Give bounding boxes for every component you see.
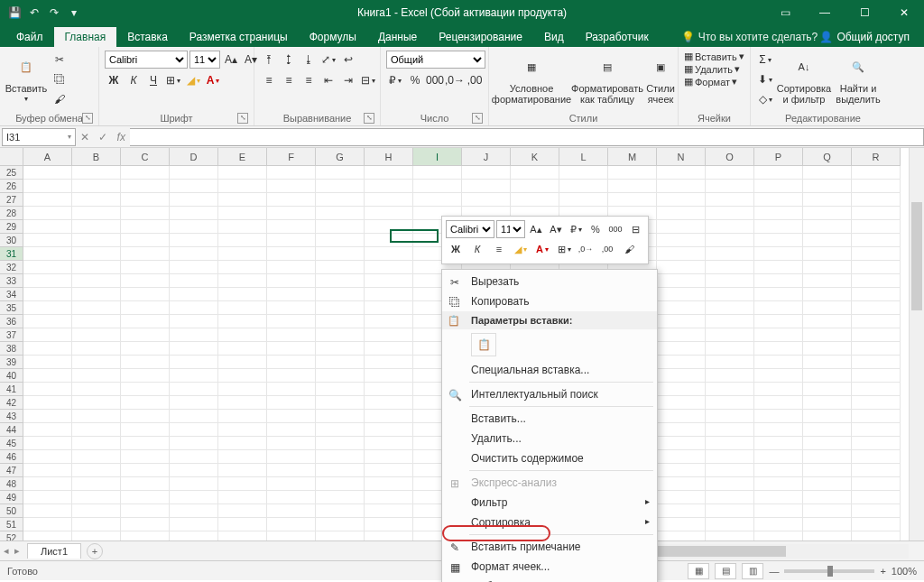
column-header[interactable]: I (413, 148, 462, 166)
cell[interactable] (72, 518, 121, 531)
add-sheet-button[interactable]: + (87, 543, 103, 559)
cell[interactable] (706, 193, 754, 207)
cell[interactable] (170, 450, 218, 464)
cell[interactable] (170, 288, 218, 301)
cell[interactable] (267, 247, 316, 261)
cell[interactable] (559, 166, 608, 180)
cell[interactable] (316, 477, 365, 491)
cell[interactable] (267, 491, 316, 504)
cell[interactable] (803, 342, 852, 356)
column-header[interactable]: P (754, 148, 803, 166)
row-header[interactable]: 46 (0, 450, 23, 464)
cell[interactable] (72, 423, 121, 437)
cell[interactable] (218, 410, 267, 423)
cell[interactable] (365, 477, 413, 491)
cell[interactable] (365, 261, 413, 274)
cell[interactable] (852, 301, 901, 315)
cell[interactable] (754, 247, 803, 261)
row-header[interactable]: 43 (0, 410, 23, 423)
cell[interactable] (754, 288, 803, 301)
cell[interactable] (23, 166, 72, 180)
ctx-format-cells[interactable]: ▦Формат ячеек... (442, 557, 657, 577)
tab-developer[interactable]: Разработчик (575, 27, 660, 47)
cell[interactable] (218, 450, 267, 464)
prev-sheet-icon[interactable]: ◂ (4, 545, 9, 557)
cell[interactable] (657, 166, 706, 180)
cell[interactable] (72, 356, 121, 369)
cell[interactable] (121, 477, 170, 491)
cell[interactable] (218, 383, 267, 396)
cell[interactable] (23, 477, 72, 491)
cell[interactable] (72, 477, 121, 491)
enter-formula-icon[interactable]: ✓ (98, 131, 107, 143)
dialog-launcher-icon[interactable]: ⤡ (472, 113, 483, 124)
cell[interactable] (218, 477, 267, 491)
cell[interactable] (852, 261, 901, 274)
mini-fill-color-icon[interactable]: ◢ (511, 240, 531, 258)
mini-grow-font-icon[interactable]: A▴ (527, 220, 545, 238)
cell[interactable] (267, 383, 316, 396)
ctx-filter[interactable]: Фильтр▸ (442, 493, 657, 513)
page-break-view-icon[interactable]: ▥ (742, 563, 763, 579)
cell[interactable] (608, 193, 657, 207)
cell[interactable] (218, 166, 267, 180)
cut-icon[interactable]: ✂ (51, 51, 69, 69)
cell[interactable] (267, 342, 316, 356)
cell[interactable] (803, 166, 852, 180)
cell[interactable] (657, 193, 706, 207)
cell[interactable] (803, 396, 852, 410)
cell[interactable] (267, 356, 316, 369)
cell[interactable] (706, 234, 754, 247)
cell[interactable] (608, 180, 657, 193)
cell[interactable] (267, 477, 316, 491)
cell[interactable] (706, 437, 754, 450)
column-header[interactable]: E (218, 148, 267, 166)
cell[interactable] (657, 410, 706, 423)
cell[interactable] (72, 383, 121, 396)
cell[interactable] (23, 410, 72, 423)
cell[interactable] (365, 180, 413, 193)
cell[interactable] (803, 504, 852, 518)
zoom-level[interactable]: 100% (892, 566, 917, 577)
row-header[interactable]: 32 (0, 261, 23, 274)
cell[interactable] (365, 301, 413, 315)
mini-bold-button[interactable]: Ж (446, 240, 466, 258)
cell[interactable] (852, 220, 901, 234)
row-header[interactable]: 45 (0, 437, 23, 450)
cell[interactable] (365, 166, 413, 180)
cell[interactable] (170, 234, 218, 247)
cell[interactable] (706, 274, 754, 288)
cell[interactable] (121, 491, 170, 504)
cell[interactable] (803, 369, 852, 383)
cell[interactable] (170, 180, 218, 193)
cell[interactable] (365, 288, 413, 301)
cell[interactable] (316, 491, 365, 504)
cell[interactable] (170, 247, 218, 261)
tab-layout[interactable]: Разметка страницы (179, 27, 299, 47)
cell[interactable] (365, 491, 413, 504)
row-header[interactable]: 48 (0, 477, 23, 491)
number-format-select[interactable]: Общий (386, 51, 485, 69)
cell[interactable] (170, 518, 218, 531)
cell[interactable] (559, 180, 608, 193)
mini-percent-icon[interactable]: % (587, 220, 605, 238)
cell[interactable] (121, 180, 170, 193)
row-header[interactable]: 31 (0, 247, 23, 261)
cell[interactable] (316, 166, 365, 180)
font-name-select[interactable]: Calibri (105, 51, 188, 69)
bold-button[interactable]: Ж (105, 71, 123, 89)
cell[interactable] (23, 356, 72, 369)
cell[interactable] (316, 396, 365, 410)
dialog-launcher-icon[interactable]: ⤡ (364, 113, 374, 124)
cell[interactable] (121, 234, 170, 247)
cell[interactable] (218, 247, 267, 261)
cell[interactable] (852, 383, 901, 396)
cell[interactable] (852, 234, 901, 247)
mini-format-painter-icon[interactable]: 🖌 (619, 240, 639, 258)
autosum-icon[interactable]: Σ (756, 51, 774, 69)
cell[interactable] (316, 356, 365, 369)
cell[interactable] (170, 356, 218, 369)
format-as-table-button[interactable]: ▤Форматировать как таблицу (572, 51, 642, 105)
mini-inc-decimal-icon[interactable]: ,0→ (576, 240, 596, 258)
merge-button[interactable]: ⊟ (359, 71, 377, 89)
